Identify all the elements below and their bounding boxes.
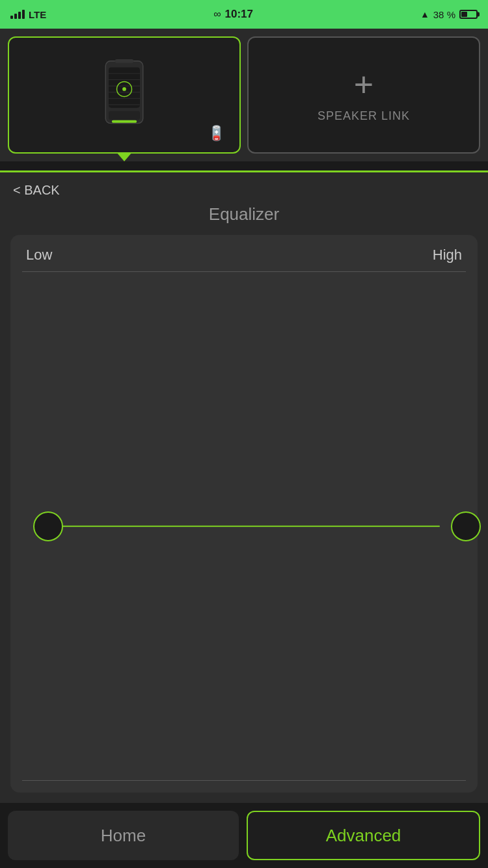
carrier-label: LTE: [29, 9, 46, 20]
eq-slider-track: [48, 525, 440, 527]
eq-bottom-line: [22, 780, 466, 781]
signal-bar-3: [18, 12, 21, 19]
speaker-battery-icon: 🪫: [208, 125, 225, 142]
bottom-nav: Home Advanced: [0, 803, 488, 868]
status-left: LTE: [10, 9, 46, 20]
svg-point-9: [122, 87, 126, 91]
eq-low-label: Low: [26, 247, 52, 264]
main-content: < BACK Equalizer Low High: [0, 172, 488, 803]
battery-fill: [461, 12, 467, 17]
speaker-image: [95, 58, 154, 133]
battery-percent: 38 %: [433, 9, 455, 20]
eq-handle-right[interactable]: [451, 511, 481, 541]
signal-bar-1: [10, 16, 13, 19]
status-bar: LTE ∞ 10:17 ▲ 38 %: [0, 0, 488, 29]
svg-rect-10: [109, 111, 140, 119]
signal-bar-2: [14, 14, 17, 19]
status-center: ∞ 10:17: [213, 8, 253, 21]
home-button[interactable]: Home: [8, 811, 239, 860]
speaker-area: 🪫 + SPEAKER LINK: [0, 29, 488, 161]
plus-icon: +: [354, 68, 373, 102]
signal-bars: [10, 10, 25, 19]
eq-high-label: High: [433, 247, 462, 264]
signal-bar-4: [22, 10, 25, 19]
eq-header: Low High: [10, 235, 478, 264]
battery-icon: [459, 10, 478, 19]
equalizer-title: Equalizer: [0, 200, 488, 235]
active-speaker-card[interactable]: 🪫: [8, 36, 241, 154]
eq-graph-area[interactable]: [10, 272, 478, 780]
status-right: ▲ 38 %: [420, 9, 478, 20]
eq-handle-left[interactable]: [33, 511, 63, 541]
link-icon: ∞: [213, 8, 221, 20]
add-speaker-card[interactable]: + SPEAKER LINK: [247, 36, 480, 154]
equalizer-container: Low High: [10, 235, 478, 793]
advanced-button[interactable]: Advanced: [247, 811, 480, 860]
svg-rect-11: [112, 120, 137, 122]
svg-rect-12: [115, 59, 134, 62]
back-button[interactable]: < BACK: [0, 172, 488, 200]
speaker-link-label: SPEAKER LINK: [318, 109, 410, 123]
location-icon: ▲: [420, 9, 429, 20]
time-label: 10:17: [225, 8, 253, 21]
selected-indicator: [116, 152, 132, 161]
